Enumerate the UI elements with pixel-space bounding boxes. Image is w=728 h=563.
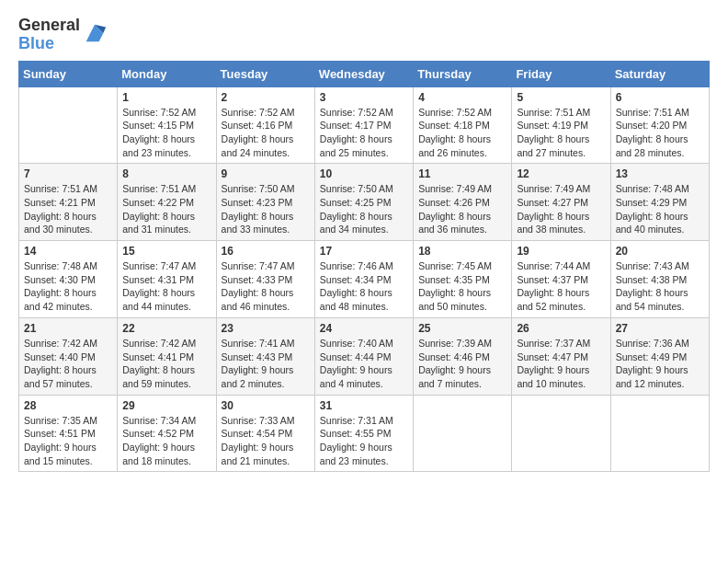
day-details: Sunrise: 7:39 AMSunset: 4:46 PMDaylight:… [418, 337, 506, 391]
col-header-sunday: Sunday [19, 61, 118, 86]
day-details: Sunrise: 7:50 AMSunset: 4:23 PMDaylight:… [222, 182, 310, 236]
day-cell: 6Sunrise: 7:51 AMSunset: 4:20 PMDaylight… [610, 86, 709, 164]
day-number: 30 [222, 399, 310, 412]
day-details: Sunrise: 7:47 AMSunset: 4:33 PMDaylight:… [222, 259, 310, 314]
day-cell: 26Sunrise: 7:37 AMSunset: 4:47 PMDayligh… [512, 317, 610, 395]
day-details: Sunrise: 7:51 AMSunset: 4:20 PMDaylight:… [616, 106, 704, 160]
logo-icon [82, 20, 108, 46]
day-number: 31 [320, 399, 408, 412]
day-cell [610, 395, 709, 472]
day-cell: 13Sunrise: 7:48 AMSunset: 4:29 PMDayligh… [610, 164, 709, 241]
week-row-4: 21Sunrise: 7:42 AMSunset: 4:40 PMDayligh… [19, 317, 710, 395]
day-details: Sunrise: 7:36 AMSunset: 4:49 PMDaylight:… [616, 337, 704, 391]
day-cell: 17Sunrise: 7:46 AMSunset: 4:34 PMDayligh… [314, 241, 413, 318]
day-cell: 20Sunrise: 7:43 AMSunset: 4:38 PMDayligh… [610, 241, 709, 318]
day-cell: 8Sunrise: 7:51 AMSunset: 4:22 PMDaylight… [118, 164, 216, 241]
col-header-monday: Monday [118, 61, 216, 86]
day-number: 6 [616, 91, 704, 104]
day-cell: 21Sunrise: 7:42 AMSunset: 4:40 PMDayligh… [19, 317, 118, 395]
week-row-5: 28Sunrise: 7:35 AMSunset: 4:51 PMDayligh… [19, 395, 710, 472]
week-row-3: 14Sunrise: 7:48 AMSunset: 4:30 PMDayligh… [19, 241, 710, 318]
day-cell: 19Sunrise: 7:44 AMSunset: 4:37 PMDayligh… [512, 241, 610, 318]
day-cell: 9Sunrise: 7:50 AMSunset: 4:23 PMDaylight… [216, 164, 314, 241]
day-number: 19 [517, 245, 605, 258]
day-details: Sunrise: 7:48 AMSunset: 4:29 PMDaylight:… [616, 182, 704, 236]
day-details: Sunrise: 7:34 AMSunset: 4:52 PMDaylight:… [122, 414, 210, 468]
day-details: Sunrise: 7:45 AMSunset: 4:35 PMDaylight:… [418, 259, 506, 314]
day-number: 9 [222, 167, 310, 180]
day-cell: 11Sunrise: 7:49 AMSunset: 4:26 PMDayligh… [414, 164, 512, 241]
day-number: 17 [320, 245, 408, 258]
day-details: Sunrise: 7:52 AMSunset: 4:17 PMDaylight:… [320, 106, 408, 160]
day-cell: 16Sunrise: 7:47 AMSunset: 4:33 PMDayligh… [216, 241, 314, 318]
day-number: 20 [616, 245, 704, 258]
week-row-1: 1Sunrise: 7:52 AMSunset: 4:15 PMDaylight… [19, 86, 710, 164]
day-cell: 7Sunrise: 7:51 AMSunset: 4:21 PMDaylight… [19, 164, 118, 241]
col-header-tuesday: Tuesday [216, 61, 314, 86]
col-header-thursday: Thursday [414, 61, 512, 86]
day-cell: 31Sunrise: 7:31 AMSunset: 4:55 PMDayligh… [314, 395, 413, 472]
day-number: 23 [222, 322, 310, 335]
day-details: Sunrise: 7:40 AMSunset: 4:44 PMDaylight:… [320, 337, 408, 391]
day-details: Sunrise: 7:41 AMSunset: 4:43 PMDaylight:… [222, 337, 310, 391]
day-number: 29 [122, 399, 210, 412]
day-details: Sunrise: 7:31 AMSunset: 4:55 PMDaylight:… [320, 414, 408, 468]
day-details: Sunrise: 7:46 AMSunset: 4:34 PMDaylight:… [320, 259, 408, 314]
day-number: 22 [122, 322, 210, 335]
col-header-friday: Friday [512, 61, 610, 86]
day-details: Sunrise: 7:35 AMSunset: 4:51 PMDaylight:… [24, 414, 112, 468]
day-number: 25 [418, 322, 506, 335]
day-cell: 12Sunrise: 7:49 AMSunset: 4:27 PMDayligh… [512, 164, 610, 241]
day-details: Sunrise: 7:51 AMSunset: 4:21 PMDaylight:… [24, 182, 112, 236]
day-details: Sunrise: 7:49 AMSunset: 4:27 PMDaylight:… [517, 182, 605, 236]
day-cell: 23Sunrise: 7:41 AMSunset: 4:43 PMDayligh… [216, 317, 314, 395]
day-cell: 4Sunrise: 7:52 AMSunset: 4:18 PMDaylight… [414, 86, 512, 164]
day-cell: 10Sunrise: 7:50 AMSunset: 4:25 PMDayligh… [314, 164, 413, 241]
day-number: 14 [24, 245, 112, 258]
day-cell: 30Sunrise: 7:33 AMSunset: 4:54 PMDayligh… [216, 395, 314, 472]
day-details: Sunrise: 7:37 AMSunset: 4:47 PMDaylight:… [517, 337, 605, 391]
day-details: Sunrise: 7:33 AMSunset: 4:54 PMDaylight:… [222, 414, 310, 468]
day-details: Sunrise: 7:51 AMSunset: 4:22 PMDaylight:… [122, 182, 210, 236]
day-cell: 29Sunrise: 7:34 AMSunset: 4:52 PMDayligh… [118, 395, 216, 472]
day-cell: 2Sunrise: 7:52 AMSunset: 4:16 PMDaylight… [216, 86, 314, 164]
day-cell: 24Sunrise: 7:40 AMSunset: 4:44 PMDayligh… [314, 317, 413, 395]
day-number: 26 [517, 322, 605, 335]
page-header: GeneralBlue [18, 9, 710, 53]
day-number: 13 [616, 167, 704, 180]
day-cell: 14Sunrise: 7:48 AMSunset: 4:30 PMDayligh… [19, 241, 118, 318]
week-row-2: 7Sunrise: 7:51 AMSunset: 4:21 PMDaylight… [19, 164, 710, 241]
header-row: SundayMondayTuesdayWednesdayThursdayFrid… [19, 61, 710, 86]
day-details: Sunrise: 7:51 AMSunset: 4:19 PMDaylight:… [517, 106, 605, 160]
day-cell: 28Sunrise: 7:35 AMSunset: 4:51 PMDayligh… [19, 395, 118, 472]
day-number: 1 [122, 91, 210, 104]
day-number: 8 [122, 167, 210, 180]
logo: GeneralBlue [18, 17, 108, 53]
col-header-saturday: Saturday [610, 61, 709, 86]
day-details: Sunrise: 7:52 AMSunset: 4:15 PMDaylight:… [122, 106, 210, 160]
day-number: 5 [517, 91, 605, 104]
day-cell [19, 86, 118, 164]
day-number: 16 [222, 245, 310, 258]
logo-blue: Blue [18, 34, 54, 52]
day-cell: 27Sunrise: 7:36 AMSunset: 4:49 PMDayligh… [610, 317, 709, 395]
day-number: 3 [320, 91, 408, 104]
day-number: 28 [24, 399, 112, 412]
logo-text: GeneralBlue [18, 17, 80, 53]
day-number: 2 [222, 91, 310, 104]
day-number: 24 [320, 322, 408, 335]
day-number: 12 [517, 167, 605, 180]
day-details: Sunrise: 7:50 AMSunset: 4:25 PMDaylight:… [320, 182, 408, 236]
day-cell: 15Sunrise: 7:47 AMSunset: 4:31 PMDayligh… [118, 241, 216, 318]
day-details: Sunrise: 7:44 AMSunset: 4:37 PMDaylight:… [517, 259, 605, 314]
day-number: 7 [24, 167, 112, 180]
day-cell: 18Sunrise: 7:45 AMSunset: 4:35 PMDayligh… [414, 241, 512, 318]
day-number: 18 [418, 245, 506, 258]
day-details: Sunrise: 7:48 AMSunset: 4:30 PMDaylight:… [24, 259, 112, 314]
day-cell: 1Sunrise: 7:52 AMSunset: 4:15 PMDaylight… [118, 86, 216, 164]
calendar-table: SundayMondayTuesdayWednesdayThursdayFrid… [18, 61, 710, 473]
day-cell [414, 395, 512, 472]
day-cell: 22Sunrise: 7:42 AMSunset: 4:41 PMDayligh… [118, 317, 216, 395]
day-cell: 3Sunrise: 7:52 AMSunset: 4:17 PMDaylight… [314, 86, 413, 164]
day-cell [512, 395, 610, 472]
